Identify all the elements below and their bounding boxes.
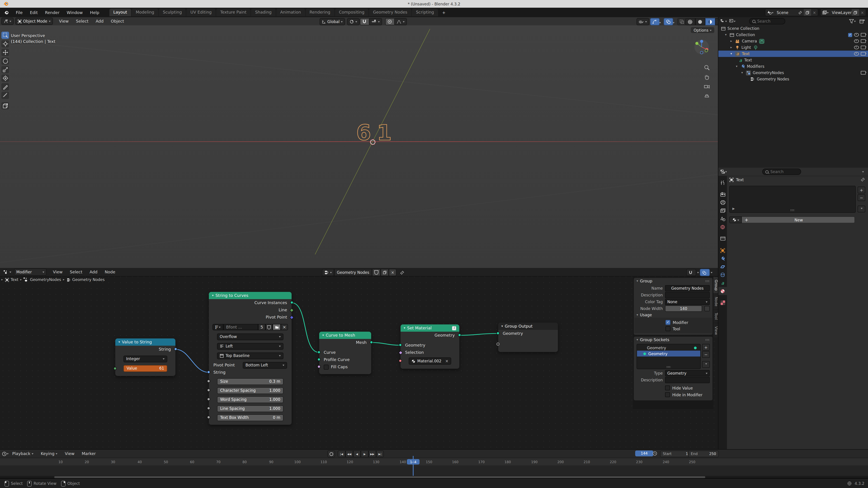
node-overlays-dropdown[interactable] [711,272,712,274]
fill-caps-checkbox[interactable] [324,364,329,369]
collapse-icon[interactable]: ▾ [729,52,733,56]
unlink-material-icon[interactable]: × [445,359,448,363]
font-users-count[interactable]: 5 [258,324,266,330]
pivot-mode-dropdown[interactable]: Bottom Left [243,362,287,368]
viewport-3d[interactable]: User Perspective (144) Collection | Text… [0,25,718,268]
options-button[interactable]: Options [691,27,714,33]
hide-value-checkbox[interactable] [665,385,670,390]
usage-subpanel-header[interactable]: ▾Usage [634,312,712,318]
expand-icon[interactable]: ▸ [729,39,733,43]
next-keyframe-button[interactable]: ▶▶ [368,451,376,457]
workspace-tab-texture-paint[interactable]: Texture Paint [216,8,250,16]
copy-node-tree-icon[interactable] [381,269,389,276]
workspace-tab-sculpting[interactable]: Sculpting [159,8,186,16]
tool-select-box[interactable] [1,32,9,39]
collection-checkbox[interactable]: ✓ [848,33,852,37]
object-menu[interactable]: Object [107,19,128,24]
outliner-row-light[interactable]: ▸ Light [718,44,868,51]
modifier-checkbox[interactable]: ✓ [665,320,671,325]
socket-geometry-output[interactable] [458,333,461,337]
start-frame-field[interactable]: Start1 [660,451,691,457]
sidebar-tab-group[interactable]: Group [713,277,718,293]
workspace-tab-layout[interactable]: Layout [109,8,131,16]
outliner-row-scene-collection[interactable]: Scene Collection [718,25,868,32]
gizmos-toggle[interactable] [650,18,659,25]
sidebar-tab-view[interactable]: View [713,324,718,337]
socket-fill-caps-input[interactable] [317,365,320,368]
word-spacing-slider[interactable]: Word Spacing1.000 [217,396,283,403]
socket-curve-input[interactable] [317,351,320,354]
outliner-row-collection[interactable]: ▾ Collection ✓ [718,32,868,38]
tab-collection[interactable] [718,234,727,242]
socket-character-spacing-input[interactable] [207,389,210,392]
new-material-button[interactable]: + New [742,217,855,223]
snap-with-dropdown[interactable] [369,18,382,25]
disable-render-icon[interactable] [861,33,866,37]
group-panel-header[interactable]: ▾Group [634,278,712,284]
socket-mesh-output[interactable] [370,341,373,344]
geometry-node-editor[interactable]: Modifier View Select Add Node Geometry N… [0,268,718,449]
tool-transform[interactable] [1,74,9,82]
menu-window[interactable]: Window [63,10,86,15]
node-add-menu[interactable]: Add [86,270,101,274]
pin-icon[interactable] [797,9,804,16]
crumb-modifier[interactable]: GeometryNodes [30,278,61,282]
disable-render-icon[interactable] [861,39,866,43]
current-frame-field[interactable]: 144 [635,451,653,456]
toggle-perspective-icon[interactable] [704,93,710,99]
socket-material-input[interactable] [399,359,402,362]
outliner-search-input[interactable] [757,19,782,24]
tool-cursor[interactable] [1,40,9,47]
tool-move[interactable] [1,49,9,56]
view-menu[interactable]: View [55,19,72,24]
text-object-61[interactable]: 61 [356,120,398,145]
viewlayer-name[interactable]: ViewLayer [831,10,852,15]
node-header[interactable]: ▾Set Material i [401,324,459,332]
jump-to-end-button[interactable]: ▶| [376,451,384,457]
pivot-point-dropdown[interactable] [347,18,360,25]
character-spacing-slider[interactable]: Character Spacing1.000 [217,387,283,394]
show-object-types-dropdown[interactable] [637,18,649,25]
socket-string-input[interactable] [207,370,210,374]
drag-grip-icon[interactable] [705,280,710,282]
playback-menu[interactable]: Playback [8,451,37,456]
jump-to-start-button[interactable]: |◀ [338,451,345,457]
tab-tool[interactable] [718,178,727,187]
mode-dropdown[interactable]: Object Mode [16,18,53,25]
workspace-tab-uv-editing[interactable]: UV Editing [186,8,216,16]
auto-keying-toggle[interactable] [327,451,335,457]
socket-item-output[interactable]: Geometry [637,344,700,351]
tab-view-layer[interactable] [718,206,727,215]
node-editor-type-button[interactable] [1,269,13,275]
breadcrumb-object[interactable]: Text [736,177,744,182]
unlink-node-tree-icon[interactable]: × [389,269,397,276]
scene-icon[interactable] [765,9,775,16]
transform-orientation-dropdown[interactable]: Global [320,18,345,25]
workspace-tab-rendering[interactable]: Rendering [305,8,334,16]
delete-scene-icon[interactable]: × [811,9,818,16]
play-reverse-button[interactable]: ◀ [353,451,361,457]
workspace-tab-scripting[interactable]: Scripting [412,8,438,16]
font-name-field[interactable]: Bfont ... [223,324,258,330]
viewlayer-selector[interactable]: ViewLayer × [820,8,866,16]
timeline-track[interactable] [0,465,868,476]
copy-viewlayer-icon[interactable] [852,9,859,16]
resize-grip-icon[interactable] [790,209,795,211]
node-group-output[interactable]: ▾Group Output Geometry [498,323,558,352]
gizmos-dropdown[interactable] [659,22,661,24]
previous-keyframe-button[interactable]: ◀◀ [345,451,353,457]
outliner-row-text-selected[interactable]: ▾ a Text [718,51,868,57]
node-overlays-toggle[interactable] [700,269,710,276]
animate-property-icon[interactable] [704,306,710,311]
sidebar-tab-tool[interactable]: Tool [713,310,718,323]
pan-hand-icon[interactable] [704,74,710,80]
disable-render-icon[interactable] [861,46,866,49]
delete-viewlayer-icon[interactable]: × [859,9,866,16]
camera-view-icon[interactable] [704,84,710,90]
add-socket-button[interactable]: + [702,344,710,351]
menu-help[interactable]: Help [86,10,103,15]
disable-render-icon[interactable] [861,71,866,74]
unlink-font-icon[interactable]: × [281,324,288,330]
node-header[interactable]: ▾Value to String [115,338,176,346]
workspace-tab-compositing[interactable]: Compositing [335,8,368,16]
